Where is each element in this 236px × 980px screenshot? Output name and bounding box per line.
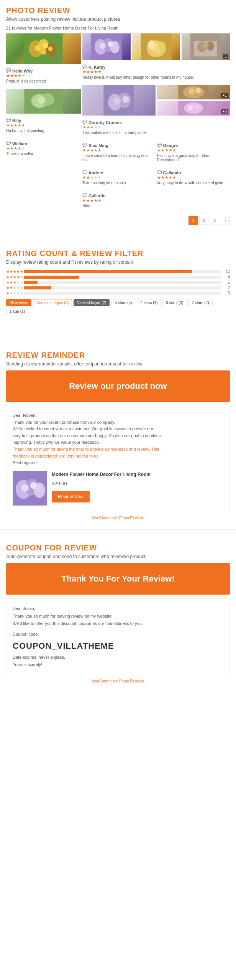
filter-4stars[interactable]: 4 stars (4) bbox=[137, 299, 161, 306]
reviewer-name-xiaoming: Xiao Ming bbox=[88, 143, 108, 148]
email-line6: feedback is appreciated and very helpful… bbox=[13, 453, 223, 460]
rating-bar-3star: ★★★★★ 1 bbox=[6, 280, 230, 284]
review-reminder-subtitle: Sending review reminder emails, offer co… bbox=[6, 361, 230, 367]
bar-bg-3 bbox=[24, 281, 221, 284]
stars-william: ★★★★★ bbox=[6, 146, 81, 151]
review-card-kathy: 💬 K. Kathy ★★★★★ Really love it. It will… bbox=[82, 62, 230, 81]
svg-point-5 bbox=[43, 43, 48, 48]
photo-gallardo bbox=[132, 33, 180, 60]
review-text-1: Product is as described bbox=[6, 79, 81, 83]
svg-point-38 bbox=[188, 105, 193, 110]
filter-verified[interactable]: Verified buyer (2) bbox=[74, 299, 110, 306]
review-card-xiaoming: 💬 Xiao Ming ★★★★★ I have created a beaut… bbox=[82, 140, 156, 164]
filter-5stars[interactable]: 5 stars (5) bbox=[111, 299, 135, 306]
product-title-highlight: Li bbox=[123, 472, 127, 477]
rating-bar-5star: ★★★★★ 12 bbox=[6, 269, 230, 274]
coupon-greeting: Dear Julian, bbox=[13, 605, 223, 613]
stars-xiaoming: ★★★★★ bbox=[82, 148, 156, 153]
review-reminder-email: Dear Robert, Thank you for your recent p… bbox=[6, 406, 230, 512]
overlay-1: 1 bbox=[223, 54, 228, 59]
photo-review-subtitle: Allow customers posting review include p… bbox=[6, 17, 230, 22]
review-text-geogre: Painting is a good way to relax. Recomme… bbox=[157, 154, 230, 162]
photo-gallando: +8 bbox=[157, 101, 230, 116]
stars-gallando: ★★★★★ bbox=[157, 175, 230, 180]
review-card-gallando: 💬 Gallando ★★★★★ Very easy to draw with … bbox=[157, 167, 230, 187]
product-price: $29.00 bbox=[52, 480, 223, 488]
svg-point-6 bbox=[48, 46, 53, 51]
svg-point-26 bbox=[203, 42, 209, 48]
svg-point-16 bbox=[108, 41, 113, 47]
filter-images[interactable]: Contain images (3) bbox=[33, 299, 72, 306]
filter-all[interactable]: All reviews bbox=[6, 299, 31, 306]
product-row: Modern Flower Home Decor For Living Room… bbox=[13, 471, 223, 506]
page-btn-1[interactable]: 1 bbox=[188, 216, 198, 225]
coupon-line2: We'd like to offer you this discount cou… bbox=[13, 620, 223, 628]
overlay-3: +8 bbox=[221, 109, 228, 114]
bar-fill-3 bbox=[24, 281, 38, 284]
email-line4: improving. That's why we value your feed… bbox=[13, 439, 223, 446]
svg-point-37 bbox=[184, 102, 203, 114]
review-card-william: 💬 William ★★★★★ Thanks to seller bbox=[6, 138, 81, 157]
photo-grid: 💬 Hello Why ★★★★★ Product is as describe… bbox=[6, 33, 230, 212]
email-greeting: Dear Robert, bbox=[13, 412, 223, 419]
svg-point-10 bbox=[38, 96, 46, 104]
filter-2stars[interactable]: 2 stars (2) bbox=[188, 299, 212, 306]
photo-andree: +1 bbox=[157, 85, 230, 99]
filter-3stars[interactable]: 3 stars (3) bbox=[162, 299, 187, 306]
review-text-xiaoming: I have created a beautiful painting with… bbox=[82, 154, 156, 162]
rating-bars: ★★★★★ 12 ★★★★★ 4 ★★★★★ 1 ★★★★★ bbox=[6, 269, 230, 295]
coupon-review-subtitle: Auto-generate coupon and send to custome… bbox=[6, 554, 230, 559]
rating-bar-2star: ★★★★★ 2 bbox=[6, 286, 230, 290]
photo-item-1 bbox=[6, 33, 81, 64]
bar-bg-2 bbox=[24, 286, 221, 289]
photo-xiaoming: 1 bbox=[182, 33, 230, 60]
review-card-dorothy: 💬 Dorothy Crooms ★★★★★ This makes me thi… bbox=[82, 117, 230, 136]
review-card-1: 💬 Hello Why ★★★★★ Product is as describe… bbox=[6, 66, 81, 85]
review-now-button[interactable]: Review Now bbox=[52, 491, 90, 502]
photo-review-section: PHOTO REVIEW Allow customers posting rev… bbox=[0, 0, 236, 235]
rating-bar-4star: ★★★★★ 4 bbox=[6, 275, 230, 279]
review-reminder-title: REVIEW REMINDER bbox=[6, 351, 230, 360]
review-text-william: Thanks to seller bbox=[6, 152, 81, 156]
stars-1: ★★★★★ bbox=[6, 73, 81, 78]
bar-label-5: ★★★★★ bbox=[6, 269, 21, 274]
bar-label-2: ★★★★★ bbox=[6, 286, 21, 290]
stars-dorothy: ★★★★★ bbox=[82, 125, 230, 130]
bar-bg-1 bbox=[24, 292, 221, 295]
reviewer-name-1: Hello Why bbox=[12, 69, 33, 73]
bar-bg-4 bbox=[24, 276, 221, 279]
page-btn-2[interactable]: 2 bbox=[199, 216, 208, 225]
review-card-geogre: 💬 Geogre ★★★★★ Painting is a good way to… bbox=[157, 140, 230, 164]
bar-fill-4 bbox=[24, 276, 79, 279]
stars-billy: ★★★★★ bbox=[6, 123, 81, 128]
review-text-billy: Ha ha my first painting bbox=[6, 129, 81, 133]
stars-andree: ★★★★★ bbox=[82, 175, 156, 180]
stars-geogre: ★★★★★ bbox=[157, 148, 230, 153]
coupon-expiry: Date expires: never expires. bbox=[13, 654, 223, 661]
filter-buttons: All reviews Contain images (3) Verified … bbox=[6, 299, 230, 315]
coupon-closing: Yours sincerely! bbox=[13, 661, 223, 669]
page-btn-3[interactable]: 3 bbox=[210, 216, 219, 225]
svg-point-15 bbox=[100, 43, 106, 49]
filter-1star[interactable]: 1 star (1) bbox=[6, 308, 28, 315]
review-count: 21 reviews for Modern Flower Home Decor … bbox=[6, 26, 230, 30]
rating-filter-section: RATING COUNT & REVIEW FILTER Display rev… bbox=[0, 243, 236, 321]
svg-point-46 bbox=[36, 486, 42, 492]
email-line1: Thank you for your recent purchase from … bbox=[13, 419, 223, 426]
page-btn-next[interactable]: › bbox=[221, 216, 230, 225]
rating-bar-1star: ★★★★★ 0 bbox=[6, 291, 230, 295]
coupon-line1: Thank you so much for leaving review on … bbox=[13, 613, 223, 620]
svg-point-39 bbox=[195, 105, 200, 109]
coupon-code: COUPON_VILLATHEME bbox=[13, 638, 223, 654]
reviewer-name-gallardo: Gallardo bbox=[88, 193, 106, 198]
bar-count-3: 1 bbox=[224, 280, 230, 284]
product-thumbnail bbox=[13, 471, 47, 506]
review-text-andree: Take too long time to ship bbox=[82, 181, 156, 185]
photo-item-billy bbox=[6, 89, 81, 114]
svg-point-21 bbox=[158, 41, 165, 50]
reviewer-name-kathy: K. Kathy bbox=[88, 65, 106, 69]
coupon-email-preview: Dear Julian, Thank you so much for leavi… bbox=[6, 598, 230, 675]
svg-point-20 bbox=[148, 40, 155, 50]
bar-count-4: 4 bbox=[224, 275, 230, 279]
coupon-footer: WooCommerce Photo Reviews bbox=[6, 679, 230, 683]
